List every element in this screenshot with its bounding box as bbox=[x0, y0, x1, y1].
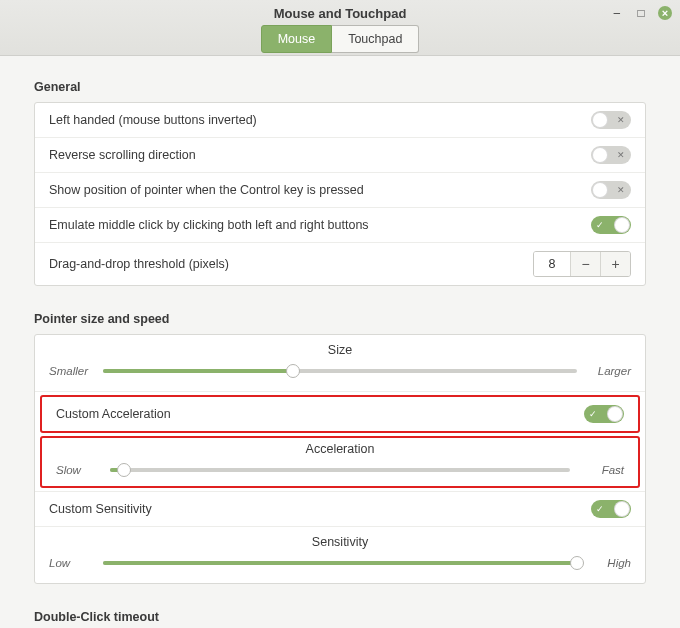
section-title-doubleclick: Double-Click timeout bbox=[34, 610, 646, 624]
drag-threshold-input[interactable] bbox=[534, 252, 570, 276]
slider-sensitivity[interactable]: Low High bbox=[49, 557, 631, 569]
toggle-custom-sensitivity[interactable]: ✓ bbox=[591, 500, 631, 518]
label-emulate-middle: Emulate middle click by clicking both le… bbox=[49, 218, 369, 232]
block-acceleration: Acceleration Slow Fast bbox=[42, 438, 638, 486]
slider-acceleration[interactable]: Slow Fast bbox=[56, 464, 624, 476]
label-left-handed: Left handed (mouse buttons inverted) bbox=[49, 113, 257, 127]
toggle-emulate-middle[interactable]: ✓ bbox=[591, 216, 631, 234]
sensitivity-fill bbox=[103, 561, 577, 565]
row-reverse-scroll: Reverse scrolling direction ✕ bbox=[35, 138, 645, 173]
block-size: Size Smaller Larger bbox=[35, 335, 645, 392]
acceleration-track[interactable] bbox=[110, 468, 570, 472]
highlight-custom-acceleration: Custom Acceleration ✓ bbox=[40, 395, 640, 433]
sensitivity-track[interactable] bbox=[103, 561, 577, 565]
titlebar: Mouse and Touchpad ‒ □ Mouse Touchpad bbox=[0, 0, 680, 56]
slider-title-sensitivity: Sensitivity bbox=[49, 535, 631, 549]
section-title-pointer: Pointer size and speed bbox=[34, 312, 646, 326]
toggle-custom-acceleration[interactable]: ✓ bbox=[584, 405, 624, 423]
panel-general: Left handed (mouse buttons inverted) ✕ R… bbox=[34, 102, 646, 286]
row-custom-acceleration: Custom Acceleration ✓ bbox=[42, 397, 638, 431]
panel-pointer: Size Smaller Larger Custom Acceleration … bbox=[34, 334, 646, 584]
window-controls: ‒ □ bbox=[610, 6, 672, 20]
maximize-button[interactable]: □ bbox=[634, 6, 648, 20]
row-custom-sensitivity: Custom Sensitivity ✓ bbox=[35, 491, 645, 527]
slider-size[interactable]: Smaller Larger bbox=[49, 365, 631, 377]
stepper-drag-threshold: − + bbox=[533, 251, 631, 277]
toggle-show-position[interactable]: ✕ bbox=[591, 181, 631, 199]
row-drag-threshold: Drag-and-drop threshold (pixels) − + bbox=[35, 243, 645, 285]
drag-threshold-decrement[interactable]: − bbox=[570, 252, 600, 276]
tab-mouse[interactable]: Mouse bbox=[261, 25, 333, 53]
row-emulate-middle: Emulate middle click by clicking both le… bbox=[35, 208, 645, 243]
minimize-button[interactable]: ‒ bbox=[610, 6, 624, 20]
sensitivity-max-label: High bbox=[587, 557, 631, 569]
drag-threshold-increment[interactable]: + bbox=[600, 252, 630, 276]
label-custom-sensitivity: Custom Sensitivity bbox=[49, 502, 152, 516]
toggle-left-handed[interactable]: ✕ bbox=[591, 111, 631, 129]
acceleration-max-label: Fast bbox=[580, 464, 624, 476]
label-drag-threshold: Drag-and-drop threshold (pixels) bbox=[49, 257, 229, 271]
slider-title-acceleration: Acceleration bbox=[56, 442, 624, 456]
acceleration-min-label: Slow bbox=[56, 464, 100, 476]
toggle-reverse-scroll[interactable]: ✕ bbox=[591, 146, 631, 164]
slider-title-size: Size bbox=[49, 343, 631, 357]
size-min-label: Smaller bbox=[49, 365, 93, 377]
row-show-position: Show position of pointer when the Contro… bbox=[35, 173, 645, 208]
acceleration-thumb[interactable] bbox=[117, 463, 131, 477]
sensitivity-thumb[interactable] bbox=[570, 556, 584, 570]
row-left-handed: Left handed (mouse buttons inverted) ✕ bbox=[35, 103, 645, 138]
highlight-acceleration: Acceleration Slow Fast bbox=[40, 436, 640, 488]
block-sensitivity: Sensitivity Low High bbox=[35, 527, 645, 583]
tab-bar: Mouse Touchpad bbox=[0, 25, 680, 53]
content-area: General Left handed (mouse buttons inver… bbox=[0, 56, 680, 628]
section-title-general: General bbox=[34, 80, 646, 94]
label-reverse-scroll: Reverse scrolling direction bbox=[49, 148, 196, 162]
window-title: Mouse and Touchpad bbox=[0, 0, 680, 21]
size-track[interactable] bbox=[103, 369, 577, 373]
sensitivity-min-label: Low bbox=[49, 557, 93, 569]
size-thumb[interactable] bbox=[286, 364, 300, 378]
size-fill bbox=[103, 369, 293, 373]
label-custom-acceleration: Custom Acceleration bbox=[56, 407, 171, 421]
tab-touchpad[interactable]: Touchpad bbox=[332, 25, 419, 53]
size-max-label: Larger bbox=[587, 365, 631, 377]
label-show-position: Show position of pointer when the Contro… bbox=[49, 183, 364, 197]
close-button[interactable] bbox=[658, 6, 672, 20]
